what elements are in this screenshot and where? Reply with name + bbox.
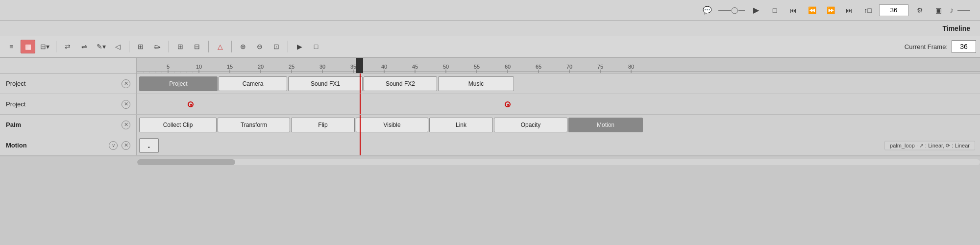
rewind-icon[interactable]: ⏪ <box>805 3 819 17</box>
add-marker-button[interactable]: △ <box>213 40 227 53</box>
ruler-row: 5 10 15 20 25 30 35 40 45 50 55 60 65 70… <box>0 58 980 74</box>
svg-text:25: 25 <box>289 64 294 70</box>
music-note-icon: ♪ <box>950 6 954 15</box>
track-row-motion: Motion ∨ ✕ . palm_loop · ↗ : Linear, ⟳ :… <box>0 135 980 156</box>
timeline-title: Timeline <box>942 24 970 32</box>
transport-bar: 💬 ——◯— ▶ □ ⏮ ⏪ ⏩ ⏭ ↑□ 36 ⚙ ▣ ♪ —— <box>0 0 980 21</box>
play-button[interactable]: ▶ <box>292 40 307 53</box>
skip-end-icon[interactable]: ⏭ <box>842 3 857 17</box>
ruler-ticks[interactable]: 5 10 15 20 25 30 35 40 45 50 55 60 65 70… <box>137 58 980 73</box>
clip-music[interactable]: Music <box>438 76 514 91</box>
timeline-header: Timeline <box>0 21 980 36</box>
transport-icons: 💬 ——◯— ▶ □ ⏮ ⏪ ⏩ ⏭ ↑□ 36 ⚙ ▣ ♪ —— <box>700 3 970 17</box>
clip-project[interactable]: Project <box>139 76 218 91</box>
track-name-project-1: Project <box>6 80 118 87</box>
zoom-in-button[interactable]: ⊕ <box>236 40 250 53</box>
svg-rect-41 <box>356 58 363 73</box>
snap-button[interactable]: ⊟▾ <box>37 40 52 53</box>
motion-info: palm_loop · ↗ : Linear, ⟳ : Linear <box>884 141 975 150</box>
red-marker-2 <box>505 101 511 107</box>
clip-collect-clip[interactable]: Collect Clip <box>139 118 217 132</box>
clip-visible[interactable]: Visible <box>356 118 428 132</box>
toolbar-sep-3 <box>169 41 169 52</box>
ruler-svg: 5 10 15 20 25 30 35 40 45 50 55 60 65 70… <box>137 58 980 73</box>
close-track-motion[interactable]: ✕ <box>122 141 130 150</box>
close-track-palm[interactable]: ✕ <box>122 121 130 129</box>
track-row-project-2: Project ✕ <box>0 94 980 115</box>
collapse-track-motion[interactable]: ∨ <box>109 141 118 150</box>
svg-text:80: 80 <box>628 64 634 70</box>
track-content-project-2[interactable] <box>137 94 980 114</box>
toolbar-right: Current Frame: 36 <box>905 40 976 53</box>
clip-opacity[interactable]: Opacity <box>494 118 567 132</box>
add-clip-button[interactable]: ⊞ <box>133 40 148 53</box>
track-row-palm: Palm ✕ Collect Clip Transform Flip Visib… <box>0 115 980 135</box>
svg-text:50: 50 <box>443 64 449 70</box>
toolbar-sep-2 <box>129 41 129 52</box>
toolbar-sep-5 <box>231 41 232 52</box>
red-marker-1 <box>188 101 194 107</box>
track-label-project-1: Project ✕ <box>0 74 137 94</box>
zoom-out-button[interactable]: ⊖ <box>252 40 267 53</box>
svg-text:55: 55 <box>474 64 480 70</box>
toolbar: ≡ ▦ ⊟▾ ⇄ ⇌ ✎▾ ◁ ⊞ ⌲ ⊞ ⊟ △ ⊕ ⊖ ⊡ ▶ □ Curr… <box>0 36 980 58</box>
export-icon[interactable]: ↑□ <box>860 3 875 17</box>
track-content-motion[interactable]: . palm_loop · ↗ : Linear, ⟳ : Linear <box>137 135 980 155</box>
close-track-project-1[interactable]: ✕ <box>122 79 130 88</box>
clip-soundfx1[interactable]: Sound FX1 <box>288 76 363 91</box>
clip-motion[interactable]: Motion <box>568 118 643 132</box>
stretch-button[interactable]: ⇌ <box>77 40 92 53</box>
track-label-palm: Palm ✕ <box>0 115 137 135</box>
toolbar-sep-4 <box>208 41 209 52</box>
remove-button[interactable]: ⊟ <box>190 40 204 53</box>
track-content-project-1[interactable]: Project Camera Sound FX1 Sound FX2 Music <box>137 74 980 94</box>
svg-text:15: 15 <box>227 64 233 70</box>
svg-text:20: 20 <box>258 64 264 70</box>
timeline-area: 5 10 15 20 25 30 35 40 45 50 55 60 65 70… <box>0 58 980 168</box>
move-button[interactable]: ⇄ <box>60 40 75 53</box>
clip-dot[interactable]: . <box>139 138 159 153</box>
clip-flip[interactable]: Flip <box>291 118 355 132</box>
tracks-container: Project ✕ Project Camera Sound FX1 Sound… <box>0 74 980 168</box>
track-name-project-2: Project <box>6 100 118 108</box>
track-label-project-2: Project ✕ <box>0 94 137 114</box>
settings-icon[interactable]: ⚙ <box>912 3 927 17</box>
svg-text:35: 35 <box>350 64 356 70</box>
stop-transport-icon[interactable]: □ <box>767 3 782 17</box>
skip-back-icon[interactable]: ⏮ <box>786 3 801 17</box>
clip-link[interactable]: Link <box>429 118 493 132</box>
play-transport-icon[interactable]: ▶ <box>749 3 763 17</box>
ruler-label-area <box>0 58 137 73</box>
svg-text:75: 75 <box>597 64 603 70</box>
playhead-motion <box>360 135 361 155</box>
svg-text:40: 40 <box>381 64 387 70</box>
stop-button[interactable]: □ <box>309 40 323 53</box>
close-track-project-2[interactable]: ✕ <box>122 100 130 109</box>
clip-camera[interactable]: Camera <box>219 76 287 91</box>
scrollbar-thumb[interactable] <box>137 159 235 165</box>
track-name-palm: Palm <box>6 121 118 128</box>
clip-soundfx2[interactable]: Sound FX2 <box>364 76 437 91</box>
add-effect-button[interactable]: ⊞ <box>173 40 188 53</box>
camera-icon[interactable]: ▣ <box>931 3 946 17</box>
add-key-button[interactable]: ⌲ <box>150 40 165 53</box>
fit-view-button[interactable]: ⊡ <box>269 40 284 53</box>
clip-transform[interactable]: Transform <box>218 118 290 132</box>
edit-button[interactable]: ✎▾ <box>94 40 108 53</box>
svg-text:45: 45 <box>412 64 418 70</box>
svg-text:60: 60 <box>505 64 511 70</box>
list-view-button[interactable]: ≡ <box>4 40 19 53</box>
track-label-motion: Motion ∨ ✕ <box>0 135 137 155</box>
current-frame-input[interactable]: 36 <box>952 40 976 53</box>
current-frame-label: Current Frame: <box>905 43 948 50</box>
fast-forward-icon[interactable]: ⏩ <box>823 3 838 17</box>
grid-view-button[interactable]: ▦ <box>21 40 35 53</box>
horizontal-scrollbar[interactable] <box>0 156 980 168</box>
transport-frame-input[interactable]: 36 <box>879 4 908 16</box>
slider-icon: ——◯— <box>718 6 745 14</box>
toolbar-sep-6 <box>288 41 288 52</box>
track-content-palm[interactable]: Collect Clip Transform Flip Visible Link… <box>137 115 980 135</box>
chat-icon[interactable]: 💬 <box>700 3 714 17</box>
audio-button[interactable]: ◁ <box>110 40 125 53</box>
svg-text:5: 5 <box>167 64 170 70</box>
